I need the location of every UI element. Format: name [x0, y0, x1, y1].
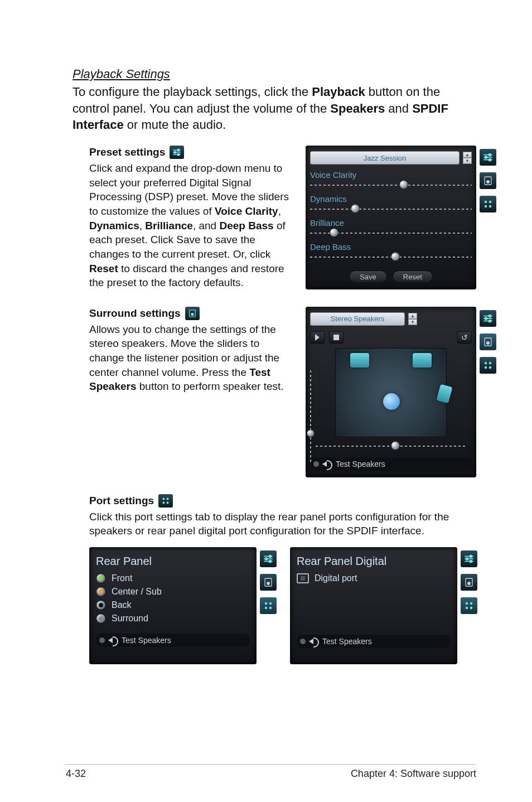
listener-position[interactable]: [383, 393, 400, 410]
reset-button[interactable]: Reset: [393, 270, 433, 283]
intro-t3: and: [385, 102, 412, 115]
svg-point-57: [470, 602, 472, 605]
playback-settings-title: Playback Settings: [72, 67, 476, 81]
pb-b5: Reset: [89, 263, 118, 274]
play-button[interactable]: [310, 331, 325, 344]
surround-dropdown-row: Stereo Speakers ▲▼: [310, 312, 472, 326]
rear-panel-digital: Rear Panel Digital Digital port Test Spe…: [290, 547, 457, 664]
brilliance-slider[interactable]: [310, 228, 472, 239]
svg-point-39: [269, 555, 271, 558]
deep-bass-slider[interactable]: [310, 252, 472, 263]
port-row-front: Front: [96, 573, 250, 583]
stop-button[interactable]: [329, 331, 344, 344]
preset-panel: Jazz Session ▲▼ Voice Clarity Dynamics B…: [306, 146, 476, 289]
listener-room[interactable]: [335, 348, 447, 437]
preset-btn-row: Save Reset: [310, 270, 472, 283]
svg-point-44: [265, 602, 267, 605]
speaker-icon[interactable]: [480, 334, 496, 350]
sliders-icon[interactable]: [480, 149, 496, 166]
rear-panel-speakers: Rear Panel Front Center / Sub Back Surro…: [89, 547, 257, 664]
surround-spin[interactable]: ▲▼: [408, 313, 417, 325]
svg-point-46: [265, 607, 267, 609]
ports-icon[interactable]: [480, 196, 496, 212]
svg-point-3: [177, 149, 180, 151]
test-speakers-button[interactable]: Test Speakers: [336, 460, 385, 468]
test-speakers-button[interactable]: Test Speakers: [122, 636, 171, 645]
svg-point-31: [489, 366, 491, 369]
surround-dropdown[interactable]: Stereo Speakers: [310, 312, 405, 326]
spin-up-icon[interactable]: ▲: [463, 152, 472, 158]
spin-down-icon[interactable]: ▼: [408, 319, 417, 325]
speaker-icon[interactable]: [461, 574, 477, 591]
test-speakers-button[interactable]: Test Speakers: [322, 637, 372, 646]
port-row-digital: Digital port: [297, 573, 451, 583]
digital-port-icon: [297, 573, 309, 583]
speaker-icon[interactable]: [260, 574, 277, 591]
transport-row: [310, 331, 472, 344]
pb-b4: Deep Bass: [219, 220, 273, 231]
port-label-surround: Surround: [112, 613, 148, 624]
preset-text-col: Preset settings Click and expand the dro…: [72, 146, 289, 290]
surround-heading: Surround settings: [89, 307, 289, 320]
brilliance-label: Brilliance: [310, 218, 472, 228]
deep-bass-label: Deep Bass: [310, 242, 472, 252]
spin-down-icon[interactable]: ▼: [463, 158, 472, 164]
port-left-test-bar: Test Speakers: [96, 634, 250, 647]
preset-dropdown[interactable]: Jazz Session: [310, 151, 460, 165]
pb-c1: ,: [278, 205, 281, 217]
port-label-front: Front: [112, 573, 132, 583]
preset-dropdown-row: Jazz Session ▲▼: [310, 151, 472, 165]
svg-point-55: [467, 582, 471, 585]
ports-icon[interactable]: [260, 597, 277, 614]
port-label-back: Back: [112, 600, 132, 610]
pb-c3: , and: [193, 220, 220, 231]
ports-icon[interactable]: [480, 357, 496, 374]
svg-point-53: [470, 561, 472, 563]
speaker-side-right-icon: [436, 384, 452, 403]
spin-up-icon[interactable]: ▲: [408, 313, 417, 319]
dynamics-slider[interactable]: [310, 204, 472, 215]
sliders-icon[interactable]: [260, 550, 277, 567]
ports-heading: Port settings: [89, 494, 476, 508]
center-volume-slider[interactable]: [307, 370, 315, 437]
port-label-center: Center / Sub: [112, 587, 162, 597]
svg-point-10: [485, 156, 487, 158]
chapter-label: Chapter 4: Software support: [351, 768, 476, 780]
intro-b2: Speakers: [330, 102, 385, 115]
svg-point-28: [485, 362, 487, 364]
svg-point-45: [269, 602, 272, 605]
svg-point-9: [489, 154, 491, 156]
svg-point-56: [466, 602, 468, 605]
rear-panel-digital-title: Rear Panel Digital: [297, 555, 451, 568]
volume-icon: [322, 460, 332, 468]
sliders-icon[interactable]: [461, 550, 477, 567]
volume-icon: [108, 636, 118, 644]
ports-panels-row: Rear Panel Front Center / Sub Back Surro…: [89, 547, 476, 664]
preset-row: Preset settings Click and expand the dro…: [72, 146, 476, 290]
voice-clarity-label: Voice Clarity: [310, 170, 472, 180]
ports-icon: [158, 494, 173, 508]
svg-point-29: [489, 362, 491, 364]
page-footer: 4-32 Chapter 4: Software support: [66, 764, 476, 780]
pb-b3: Brilliance: [145, 220, 193, 231]
volume-icon: [309, 637, 319, 645]
sliders-icon[interactable]: [480, 310, 496, 327]
svg-point-15: [489, 201, 491, 203]
speaker-icon[interactable]: [480, 172, 496, 189]
svg-point-24: [485, 317, 487, 320]
jack-back-icon: [96, 600, 106, 610]
ports-icon[interactable]: [461, 597, 477, 614]
svg-point-5: [177, 153, 180, 156]
horizontal-slider[interactable]: [316, 441, 466, 452]
voice-clarity-slider[interactable]: [310, 180, 472, 191]
surround-side-icons: [480, 310, 496, 374]
svg-point-43: [267, 582, 270, 585]
preset-spin[interactable]: ▲▼: [463, 152, 472, 164]
port-label-digital: Digital port: [315, 573, 357, 583]
svg-point-30: [485, 366, 487, 369]
reset-position-button[interactable]: [457, 331, 472, 344]
svg-point-23: [489, 315, 491, 317]
save-button[interactable]: Save: [349, 270, 387, 283]
intro-paragraph: To configure the playback settings, clic…: [72, 84, 476, 133]
svg-point-59: [470, 607, 472, 609]
